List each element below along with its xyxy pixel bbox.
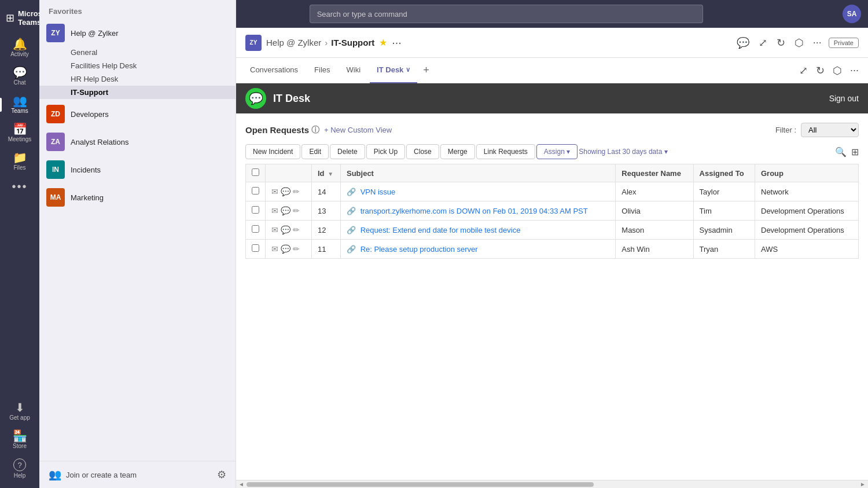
tab-right-btn-1[interactable]: ⤢ <box>797 62 810 79</box>
sidebar-item-store[interactable]: 🏪 Store <box>0 425 39 454</box>
row-id-12: 12 <box>312 221 341 240</box>
chat-label: Chat <box>13 79 25 86</box>
tab-conversations[interactable]: Conversations <box>243 58 305 83</box>
assign-button[interactable]: Assign ▾ <box>536 144 578 159</box>
comment-icon[interactable]: 💬 <box>281 225 290 234</box>
mail-icon[interactable]: ✉ <box>271 187 278 196</box>
tab-right-btn-3[interactable]: ⬡ <box>830 62 844 79</box>
subject-link-12[interactable]: Request: Extend end date for mobile test… <box>361 226 521 234</box>
search-grid-icon[interactable]: 🔍 <box>835 146 847 157</box>
close-button[interactable]: Close <box>406 144 439 159</box>
channel-item-hr[interactable]: HR Help Desk <box>39 72 236 86</box>
row-checkbox-13[interactable] <box>252 206 259 214</box>
subject-link-13[interactable]: transport.zylkerhome.com is DOWN on Feb … <box>361 207 588 215</box>
merge-button[interactable]: Merge <box>440 144 475 159</box>
row-checkbox-14[interactable] <box>252 187 259 195</box>
comment-icon[interactable]: 💬 <box>281 187 290 196</box>
comment-icon[interactable]: 💬 <box>281 206 290 215</box>
sidebar-item-chat[interactable]: 💬 Chat <box>0 62 39 90</box>
edit-row-icon[interactable]: ✏ <box>293 244 300 254</box>
tab-files[interactable]: Files <box>307 58 337 83</box>
expand-action-button[interactable]: ⤢ <box>756 34 770 52</box>
user-avatar[interactable]: SA <box>843 5 861 23</box>
tab-itdesk[interactable]: IT Desk ∨ <box>370 58 417 83</box>
mail-icon[interactable]: ✉ <box>271 206 278 215</box>
chat-action-button[interactable]: 💬 <box>734 34 752 52</box>
team-item-ma[interactable]: MA Marketing ··· <box>39 185 236 210</box>
more-action-button[interactable]: ··· <box>811 34 824 51</box>
mail-icon[interactable]: ✉ <box>271 225 278 234</box>
refresh-action-button[interactable]: ↻ <box>774 34 788 52</box>
team-item-zd[interactable]: ZD Developers ··· <box>39 101 236 127</box>
channel-item-itsupport[interactable]: IT-Support <box>39 86 236 99</box>
scroll-left-arrow[interactable]: ◄ <box>238 481 244 487</box>
col-id[interactable]: Id ▼ <box>312 164 341 182</box>
itdesk-title: IT Desk <box>273 93 310 105</box>
signout-button[interactable]: Sign out <box>829 94 859 103</box>
scrollbar-thumb[interactable] <box>247 482 594 487</box>
subject-link-14[interactable]: VPN issue <box>361 188 396 196</box>
sidebar-item-files[interactable]: 📁 Files <box>0 147 39 175</box>
channel-item-facilities[interactable]: Facilities Help Desk <box>39 59 236 72</box>
requests-toolbar: Open Requests ⓘ + New Custom View Filter… <box>245 123 859 137</box>
edit-row-icon[interactable]: ✏ <box>293 206 300 215</box>
edit-row-icon[interactable]: ✏ <box>293 187 300 196</box>
team-item-in[interactable]: IN Incidents ··· <box>39 157 236 182</box>
tab-right-btn-2[interactable]: ↻ <box>814 62 827 79</box>
comment-icon[interactable]: 💬 <box>281 244 290 254</box>
new-custom-view-button[interactable]: + New Custom View <box>324 126 392 134</box>
favorite-star-icon[interactable]: ★ <box>379 37 387 48</box>
team-name-in: Incidents <box>71 166 221 174</box>
row-subject-11[interactable]: 🔗 Re: Please setup production server <box>341 240 616 259</box>
row-checkbox-11[interactable] <box>252 244 259 252</box>
team-avatar-ma: MA <box>46 188 65 207</box>
table-row: ✉ 💬 ✏ 13 🔗 transport.zylkerhome.com is D… <box>246 201 859 221</box>
tab-wiki[interactable]: Wiki <box>340 58 368 83</box>
info-icon[interactable]: ⓘ <box>311 125 319 135</box>
channel-name-facilities: Facilities Help Desk <box>71 61 137 70</box>
new-incident-button[interactable]: New Incident <box>245 144 300 159</box>
sidebar-item-more[interactable]: ••• <box>0 175 39 198</box>
join-create-team[interactable]: 👥 Join or create a team ⚙ <box>39 461 236 488</box>
row-subject-12[interactable]: 🔗 Request: Extend end date for mobile te… <box>341 221 616 240</box>
subject-status-icon-11: 🔗 <box>347 245 356 254</box>
delete-button[interactable]: Delete <box>330 144 365 159</box>
team-item-zy[interactable]: ZY Help @ Zylker ··· <box>39 20 236 46</box>
showing-label[interactable]: Showing Last 30 days data ▾ <box>579 148 667 156</box>
sidebar-item-help[interactable]: ? Help <box>0 454 39 483</box>
settings-icon[interactable]: ⚙ <box>217 468 226 481</box>
teams-sidebar: Favorites ZY Help @ Zylker ··· General F… <box>39 0 236 488</box>
sidebar-item-teams[interactable]: 👥 Teams <box>0 90 39 119</box>
assign-button-label: Assign ▾ <box>544 148 570 156</box>
subject-link-11[interactable]: Re: Please setup production server <box>361 245 478 254</box>
grid-icon[interactable]: ⊞ <box>6 12 14 24</box>
row-subject-13[interactable]: 🔗 transport.zylkerhome.com is DOWN on Fe… <box>341 201 616 221</box>
breadcrumb-team[interactable]: Help @ Zylker <box>266 38 321 47</box>
subject-status-icon-14: 🔗 <box>347 188 356 196</box>
columns-icon[interactable]: ⊞ <box>851 146 859 157</box>
filter-select[interactable]: All <box>801 123 859 137</box>
popout-action-button[interactable]: ⬡ <box>792 34 806 52</box>
row-id-11: 11 <box>312 240 341 259</box>
sidebar-item-getapp[interactable]: ⬇ Get app <box>0 397 39 425</box>
mail-icon[interactable]: ✉ <box>271 244 278 254</box>
sidebar-item-activity[interactable]: 🔔 Activity <box>0 34 39 62</box>
link-requests-button[interactable]: Link Requests <box>476 144 535 159</box>
channel-more-button[interactable]: ··· <box>392 36 402 49</box>
search-box[interactable]: Search or type a command <box>310 5 703 23</box>
tab-add-button[interactable]: + <box>420 62 433 79</box>
tab-right-btn-4[interactable]: ··· <box>848 62 861 79</box>
team-name-zd: Developers <box>71 110 221 119</box>
team-group-zy: ZY Help @ Zylker ··· General Facilities … <box>39 20 236 99</box>
edit-row-icon[interactable]: ✏ <box>293 225 300 234</box>
pickup-button[interactable]: Pick Up <box>366 144 405 159</box>
edit-button[interactable]: Edit <box>301 144 329 159</box>
row-subject-14[interactable]: 🔗 VPN issue <box>341 182 616 201</box>
channel-item-general[interactable]: General <box>39 46 236 59</box>
bottom-scrollbar[interactable]: ◄ ► <box>236 480 868 488</box>
row-checkbox-12[interactable] <box>252 225 259 233</box>
sidebar-item-meetings[interactable]: 📅 Meetings <box>0 119 39 147</box>
team-item-za[interactable]: ZA Analyst Relations ··· <box>39 129 236 155</box>
scroll-right-arrow[interactable]: ► <box>860 481 866 487</box>
select-all-checkbox[interactable] <box>252 168 259 176</box>
